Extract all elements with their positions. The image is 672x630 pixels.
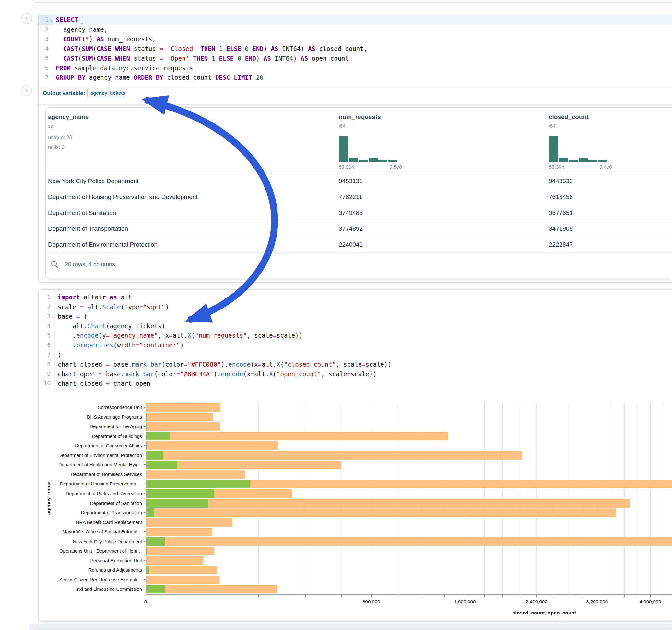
add-cell-button-middle[interactable]: + <box>21 85 32 96</box>
table-footer-summary: 20 rows, 4 columns <box>65 261 115 268</box>
histogram-bar <box>349 158 358 162</box>
bar-closed-count <box>146 413 213 421</box>
column-header-num_requests[interactable]: num_requests <box>339 114 381 121</box>
bar-closed-count <box>146 432 448 440</box>
code-line: 8chart_closed = base.mark_bar(color="#FF… <box>0 359 672 369</box>
code-line: 3⌄base = ( <box>0 311 672 321</box>
bar-open-count <box>146 489 214 498</box>
histogram-min-label: 53,304 <box>549 164 564 170</box>
x-axis-tick <box>663 595 664 597</box>
histogram-bar <box>579 158 588 162</box>
table-cell[interactable]: Department of Sanitation <box>48 209 116 217</box>
table-row-separator <box>46 205 672 205</box>
x-axis-tick <box>611 595 612 597</box>
y-axis-label: Department of Consumer Affairs <box>46 443 142 448</box>
bar-open-count <box>146 422 146 431</box>
y-axis-tick <box>144 484 146 484</box>
code-line: 10chart_closed + chart_open <box>0 379 672 388</box>
x-axis-tick <box>597 595 598 597</box>
y-axis-label: New York City Police Department <box>46 539 142 544</box>
table-cell[interactable]: 9453131 <box>339 177 363 185</box>
table-cell[interactable]: Department of Environmental Protection <box>48 241 158 248</box>
y-axis-tick <box>144 445 146 446</box>
line-number: 3 <box>34 34 49 44</box>
code-text: chart_open = base.mark_bar(color="#8BC34… <box>58 369 377 379</box>
table-cell[interactable]: 7618456 <box>549 193 573 201</box>
table-cell[interactable]: Department of Housing Preservation and D… <box>48 193 198 201</box>
code-text: SELECT <box>56 15 82 25</box>
chart-gridline <box>597 403 597 594</box>
y-axis-label: Department of Sanitation <box>46 501 142 506</box>
code-line: 2scale = alt.Scale(type="sqrt") <box>0 302 672 312</box>
line-number: 2 <box>34 25 49 34</box>
chart-gridline <box>583 403 583 594</box>
y-axis-label: DHS Advantage Programs <box>46 414 142 420</box>
y-axis-tick <box>144 493 146 494</box>
chart-gridline <box>650 403 651 594</box>
next-cell-edge-inner <box>33 627 672 630</box>
output-variable-input[interactable]: agency_tickets <box>87 88 125 98</box>
code-line: 6FROM sample_data.nyc.service_requests <box>0 63 672 73</box>
y-axis-tick <box>144 455 146 456</box>
y-axis-tick <box>144 464 146 465</box>
bar-closed-count <box>146 576 219 584</box>
bar-closed-count <box>146 528 212 536</box>
table-cell[interactable]: 7782211 <box>339 193 362 201</box>
y-axis-tick <box>144 503 146 504</box>
line-number: 6 <box>35 340 51 350</box>
x-axis-tick-label: 3,200,000 <box>578 599 617 604</box>
code-text: ) <box>58 350 61 360</box>
y-axis-tick <box>144 532 146 532</box>
chart-gridline <box>638 403 638 594</box>
output-variable-label: Output variable: <box>43 90 85 97</box>
chart-gridline <box>502 403 503 594</box>
y-axis-tick <box>144 589 146 589</box>
chart-gridline <box>520 403 520 594</box>
x-axis-tick <box>258 595 259 597</box>
histogram-bar <box>388 160 398 162</box>
table-cell[interactable]: 2240041 <box>339 241 363 248</box>
x-axis-tick-label: 2,400,000 <box>517 599 556 604</box>
y-axis-tick <box>144 541 146 542</box>
table-cell[interactable]: 3749485 <box>339 209 363 217</box>
table-cell[interactable]: 3471908 <box>549 225 573 232</box>
table-cell[interactable]: 9443533 <box>549 177 573 185</box>
sql-output-divider <box>39 86 672 86</box>
fold-chevron-icon[interactable]: ⌄ <box>52 312 54 321</box>
fold-chevron-icon[interactable]: ⌄ <box>50 15 52 25</box>
code-text: CAST(SUM(CASE WHEN status = 'Open' THEN … <box>56 53 349 63</box>
y-axis-label: Senior Citizen Rent Increase Exempti… <box>46 577 142 582</box>
code-line: 5 CAST(SUM(CASE WHEN status = 'Open' THE… <box>0 53 672 63</box>
x-axis-tick-label: 800,000 <box>352 599 391 604</box>
code-text: chart_closed + chart_open <box>58 379 150 388</box>
x-axis-tick <box>484 595 485 597</box>
x-axis-tick <box>520 595 521 597</box>
chart-gridline <box>663 403 663 594</box>
column-header-agency_name[interactable]: agency_name <box>48 114 89 121</box>
table-cell[interactable]: Department of Transportation <box>48 225 128 232</box>
x-axis-tick <box>465 595 465 597</box>
table-row-separator <box>46 189 672 189</box>
code-text: FROM sample_data.nyc.service_requests <box>56 63 193 73</box>
bar-open-count <box>146 566 149 574</box>
histogram-min-label: 53,304 <box>339 164 354 170</box>
table-cell[interactable]: 3774892 <box>339 225 363 232</box>
table-row-separator <box>46 237 672 237</box>
table-search-icon[interactable] <box>51 261 57 266</box>
chart-x-axis-title: closed_count, open_count <box>415 610 672 616</box>
bar-open-count <box>146 461 177 469</box>
column-header-closed_count[interactable]: closed_count <box>549 114 589 121</box>
y-axis-label: Department of Parks and Recreation <box>46 491 142 496</box>
y-axis-label: Department of Environmental Protection <box>46 453 142 458</box>
code-line: 4 alt.Chart(agency_tickets) <box>0 321 672 331</box>
table-cell[interactable]: 3677651 <box>549 209 573 217</box>
chart-gridline <box>422 403 423 594</box>
y-axis-label: Operations Unit - Department of Hom… <box>46 548 142 554</box>
chart-gridline <box>484 403 485 594</box>
column-histogram <box>549 137 608 162</box>
table-cell[interactable]: New York City Police Department <box>48 177 139 185</box>
bar-closed-count <box>146 470 245 479</box>
y-axis-label: Department of Buildings <box>46 434 142 439</box>
table-cell[interactable]: 2222847 <box>549 241 573 248</box>
code-line: 4 CAST(SUM(CASE WHEN status = 'Closed' T… <box>0 44 672 53</box>
